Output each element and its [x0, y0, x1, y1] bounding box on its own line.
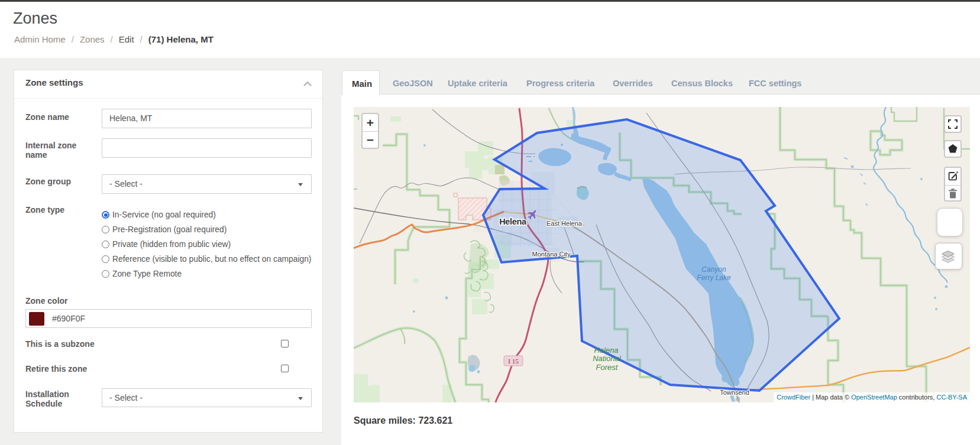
svg-text:Townsend: Townsend — [720, 389, 749, 396]
svg-text:I 15: I 15 — [508, 358, 519, 365]
svg-text:Ferry Lake: Ferry Lake — [697, 274, 731, 282]
svg-text:Helena: Helena — [594, 346, 618, 355]
svg-text:Forest: Forest — [596, 363, 619, 372]
svg-text:Helena: Helena — [499, 217, 527, 226]
svg-text:National: National — [593, 354, 622, 363]
svg-text:East Helena: East Helena — [546, 220, 583, 227]
svg-text:Canyon: Canyon — [701, 265, 726, 274]
svg-text:Montana City: Montana City — [532, 251, 571, 258]
